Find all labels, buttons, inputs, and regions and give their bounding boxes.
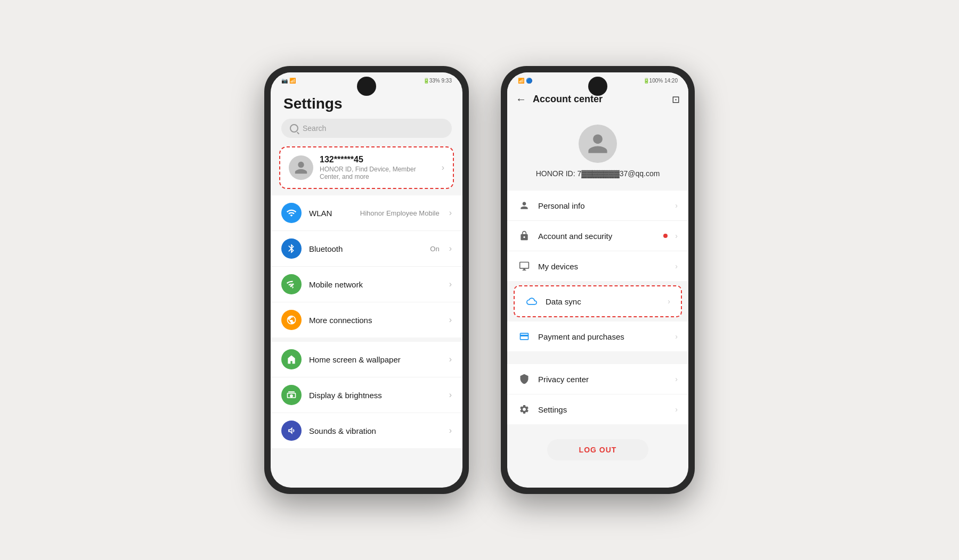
status-right-right: 🔋100% 14:20 — [643, 78, 678, 84]
account-card[interactable]: 132******45 HONOR ID, Find Device, Membe… — [279, 146, 454, 189]
settings-section-network: WLAN Hihonor Employee Mobile › Bluetooth… — [271, 195, 462, 337]
wlan-value: Hihonor Employee Mobile — [360, 209, 440, 217]
payment-chevron: › — [675, 332, 678, 341]
personal-info-icon — [518, 199, 531, 212]
privacy-icon — [518, 373, 531, 385]
profile-honor-id: HONOR ID: 7▓▓▓▓▓▓▓37@qq.com — [536, 169, 660, 178]
account-security-label: Account and security — [538, 232, 653, 241]
home-icon — [286, 354, 297, 365]
settings-section-display: Home screen & wallpaper › Display & brig… — [271, 342, 462, 448]
more-connections-chevron: › — [449, 315, 452, 325]
bluetooth-label: Bluetooth — [309, 244, 422, 253]
mobile-item[interactable]: Mobile network › — [271, 267, 462, 302]
my-devices-chevron: › — [675, 262, 678, 270]
logout-section: LOG OUT — [507, 429, 688, 471]
status-bar-right: 📶 🔵 🔋100% 14:20 — [507, 72, 688, 87]
account-avatar — [289, 155, 313, 180]
wlan-item[interactable]: WLAN Hihonor Employee Mobile › — [271, 195, 462, 231]
search-placeholder: Search — [303, 124, 326, 133]
mobile-label: Mobile network — [309, 280, 442, 289]
payment-item[interactable]: Payment and purchases › — [507, 322, 688, 351]
wifi-icon — [286, 208, 297, 218]
status-left-right: 📶 🔵 — [518, 78, 532, 84]
home-screen-item[interactable]: Home screen & wallpaper › — [271, 342, 462, 377]
account-name: 132******45 — [320, 155, 435, 164]
status-right-info: 🔋33% 9:33 — [423, 78, 452, 84]
settings-menu-label: Settings — [538, 405, 668, 414]
front-camera-right — [588, 77, 607, 96]
bluetooth-icon-bg — [281, 238, 302, 259]
shield-icon — [519, 374, 530, 384]
my-devices-item[interactable]: My devices › — [507, 251, 688, 281]
account-subtitle: HONOR ID, Find Device, Member Center, an… — [320, 166, 435, 180]
account-security-chevron: › — [675, 232, 678, 240]
payment-label: Payment and purchases — [538, 332, 668, 341]
account-info: 132******45 HONOR ID, Find Device, Membe… — [320, 155, 435, 180]
menu-section-payment: Payment and purchases › — [507, 322, 688, 351]
data-sync-item[interactable]: Data sync › — [515, 286, 681, 316]
front-camera-left — [357, 77, 376, 96]
data-sync-label: Data sync — [546, 297, 660, 306]
mobile-icon-bg — [281, 274, 302, 294]
home-screen-label: Home screen & wallpaper — [309, 355, 442, 364]
privacy-center-label: Privacy center — [538, 375, 668, 384]
profile-section: HONOR ID: 7▓▓▓▓▓▓▓37@qq.com — [507, 112, 688, 186]
profile-person-icon — [586, 132, 609, 155]
display-icon-bg — [281, 385, 302, 405]
person-icon — [294, 160, 308, 175]
monitor-icon — [519, 261, 530, 271]
wlan-icon — [281, 203, 302, 223]
privacy-center-item[interactable]: Privacy center › — [507, 364, 688, 394]
menu-section-privacy: Privacy center › Settings › — [507, 364, 688, 424]
data-sync-highlighted: Data sync › — [514, 285, 682, 317]
more-connections-icon-bg — [281, 310, 302, 330]
status-bar-left: 📷 📶 🔋33% 9:33 — [271, 72, 462, 87]
bluetooth-chevron: › — [449, 244, 452, 253]
my-devices-icon — [518, 260, 531, 273]
back-button[interactable]: ← — [516, 93, 526, 105]
bluetooth-value: On — [430, 245, 439, 253]
settings-chevron: › — [675, 405, 678, 414]
sounds-icon-bg — [281, 421, 302, 441]
left-screen: 📷 📶 🔋33% 9:33 Settings Search 132******4… — [271, 72, 462, 488]
display-brightness-item[interactable]: Display & brightness › — [271, 377, 462, 413]
security-badge — [663, 234, 668, 238]
payment-icon — [518, 330, 531, 343]
privacy-chevron: › — [675, 375, 678, 383]
wlan-label: WLAN — [309, 209, 353, 218]
display-brightness-label: Display & brightness — [309, 391, 442, 400]
account-chevron: › — [442, 163, 444, 172]
sounds-item[interactable]: Sounds & vibration › — [271, 413, 462, 448]
personal-info-label: Personal info — [538, 201, 668, 210]
expand-icon[interactable]: ⊡ — [672, 94, 680, 105]
profile-avatar — [579, 125, 617, 163]
personal-info-item[interactable]: Personal info › — [507, 191, 688, 221]
sounds-chevron: › — [449, 426, 452, 435]
home-screen-icon-bg — [281, 349, 302, 369]
logout-button[interactable]: LOG OUT — [547, 439, 649, 460]
home-chevron: › — [449, 355, 452, 364]
data-sync-icon — [525, 295, 538, 308]
bluetooth-item[interactable]: Bluetooth On › — [271, 231, 462, 267]
data-sync-chevron: › — [668, 297, 670, 306]
connections-icon — [286, 315, 297, 325]
more-connections-item[interactable]: More connections › — [271, 302, 462, 337]
signal-icon — [286, 279, 297, 290]
search-icon — [290, 124, 298, 133]
search-bar[interactable]: Search — [281, 119, 452, 138]
account-security-icon — [518, 229, 531, 242]
bluetooth-icon — [286, 243, 297, 254]
personal-info-chevron: › — [675, 201, 678, 210]
wlan-chevron: › — [449, 208, 452, 218]
lock-icon — [519, 230, 530, 241]
my-devices-label: My devices — [538, 262, 668, 271]
settings-item-right[interactable]: Settings › — [507, 394, 688, 424]
person-menu-icon — [519, 200, 530, 211]
display-chevron: › — [449, 390, 452, 400]
account-security-item[interactable]: Account and security › — [507, 221, 688, 251]
sounds-label: Sounds & vibration — [309, 426, 442, 435]
section-divider — [507, 356, 688, 360]
sound-icon — [286, 425, 297, 436]
card-icon — [519, 331, 530, 342]
menu-section-1: Personal info › Account and security › M… — [507, 191, 688, 281]
